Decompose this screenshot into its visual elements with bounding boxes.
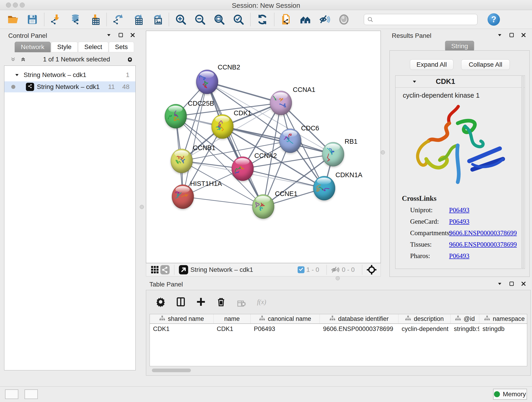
network-node-CDK1[interactable]	[211, 114, 234, 139]
network-edge-CCNB2-CCNE1[interactable]	[207, 82, 263, 206]
gene-expander-icon[interactable]	[412, 79, 418, 85]
panel-menu-icon[interactable]	[497, 281, 503, 287]
selected-checkbox-icon[interactable]	[298, 266, 304, 273]
column-type-icon	[159, 315, 165, 322]
zoom-in-icon[interactable]	[175, 13, 187, 26]
vertical-splitter-handle[interactable]	[140, 205, 144, 209]
detach-view-icon[interactable]	[178, 265, 189, 275]
column-header-shared-name[interactable]: shared name	[150, 314, 214, 323]
table-horizontal-scrollbar[interactable]	[152, 369, 191, 372]
crosslink-value-link[interactable]: 9606.ENSP00000378699	[449, 229, 517, 237]
table-cell[interactable]: 9606.ENSP00000378699	[320, 325, 399, 332]
tab-select[interactable]: Select	[78, 42, 108, 52]
help-button[interactable]: ?	[488, 13, 500, 26]
grid-view-icon[interactable]	[150, 265, 160, 275]
birds-eye-icon[interactable]	[366, 264, 377, 275]
panel-menu-icon[interactable]	[106, 32, 112, 38]
search-input[interactable]	[364, 14, 477, 25]
table-cell[interactable]: CDK1	[214, 325, 251, 332]
export-table-icon[interactable]	[132, 13, 144, 26]
table-cell[interactable]: stringdb	[479, 325, 527, 332]
column-header-name[interactable]: name	[214, 314, 251, 323]
import-network-icon[interactable]	[50, 13, 62, 26]
panel-close-icon[interactable]	[130, 32, 136, 38]
network-collection-row[interactable]: String Network – cdk1 1	[4, 70, 135, 80]
export-image-icon[interactable]	[151, 13, 163, 26]
network-node-RB1[interactable]	[322, 142, 344, 166]
string-import-icon[interactable]	[280, 13, 292, 26]
warnings-button[interactable]	[25, 389, 38, 399]
zoom-selected-icon[interactable]	[232, 13, 245, 26]
network-node-CCNB1[interactable]	[171, 149, 193, 173]
table-cell[interactable]: cyclin-dependent ...	[399, 325, 451, 332]
panel-menu-icon[interactable]	[497, 32, 503, 38]
save-session-icon[interactable]	[26, 13, 38, 26]
panel-float-icon[interactable]	[509, 32, 515, 38]
node-table[interactable]: shared namenamecanonical namedatabase id…	[150, 314, 527, 366]
collapse-all-networks-icon[interactable]	[10, 56, 16, 62]
zoom-fit-content-icon[interactable]	[213, 13, 225, 26]
tab-network[interactable]: Network	[15, 42, 51, 52]
string-view-icon[interactable]	[160, 265, 170, 275]
network-node-CDKN1A[interactable]	[313, 176, 335, 200]
network-edge-HIST1H1A-CCNE1[interactable]	[183, 197, 263, 206]
preview-sphere-icon	[338, 13, 350, 26]
column-header--id[interactable]: @id	[451, 314, 479, 323]
table-cell[interactable]: CDK1	[150, 325, 214, 332]
network-node-HIST1H1A[interactable]	[172, 185, 194, 209]
gene-card-scrollbar[interactable]	[521, 76, 524, 268]
column-header-namespace[interactable]: namespace	[479, 314, 527, 323]
network-node-CCNA2[interactable]	[232, 157, 254, 181]
gene-card-header[interactable]: CDK1	[395, 76, 525, 88]
tab-style[interactable]: Style	[51, 42, 78, 52]
column-header-label: description	[414, 315, 444, 322]
network-node-CCNA1[interactable]	[270, 91, 292, 115]
cloud-status-button[interactable]	[5, 389, 18, 399]
import-network-from-database-icon[interactable]	[69, 13, 82, 26]
table-row[interactable]: CDK1CDK1P064939606.ENSP00000378699cyclin…	[150, 324, 527, 334]
collection-expander-icon[interactable]	[14, 72, 20, 78]
panel-close-icon[interactable]	[520, 32, 526, 38]
panel-close-icon[interactable]	[520, 281, 526, 287]
memory-button[interactable]: Memory	[493, 389, 527, 400]
panel-float-icon[interactable]	[118, 32, 124, 38]
network-node-CCNB2[interactable]	[196, 70, 218, 94]
tab-sets[interactable]: Sets	[109, 42, 134, 52]
network-row[interactable]: String Network – cdk1 11 48	[4, 81, 135, 92]
network-edge-CCNB2-CCNA1[interactable]	[207, 82, 281, 103]
panel-float-icon[interactable]	[509, 281, 515, 287]
crosslink-value-link[interactable]: 9606.ENSP00000378699	[449, 241, 517, 248]
home-network-icon[interactable]	[299, 13, 312, 26]
network-node-CCNE1[interactable]	[252, 194, 274, 219]
table-cell[interactable]: stringdb:9...	[451, 325, 479, 332]
vertical-splitter-handle[interactable]	[381, 150, 385, 154]
column-header-canonical-name[interactable]: canonical name	[251, 314, 320, 323]
column-header-database-identifier[interactable]: database identifier	[320, 314, 399, 323]
open-session-icon[interactable]	[7, 13, 19, 26]
crosslink-value-link[interactable]: P06493	[449, 252, 469, 260]
table-options-gear-icon[interactable]	[154, 296, 167, 308]
expand-all-networks-icon[interactable]	[20, 56, 26, 62]
network-view-title: String Network – cdk1	[190, 266, 298, 274]
hidden-eye-icon[interactable]	[331, 265, 340, 274]
apply-layout-icon[interactable]	[256, 13, 268, 26]
tab-string[interactable]: String	[445, 41, 474, 51]
crosslink-value-link[interactable]: P06493	[449, 206, 469, 214]
table-cell[interactable]: P06493	[251, 325, 320, 332]
collapse-all-button[interactable]: Collapse All	[461, 59, 510, 70]
crosslink-value-link[interactable]: P06493	[449, 218, 469, 225]
show-columns-icon[interactable]	[175, 296, 187, 308]
network-canvas[interactable]: CCNB2CCNA1CDC25BCDK1CDC6RB1CCNB1CCNA2CDK…	[146, 31, 381, 263]
create-column-icon[interactable]	[195, 296, 207, 308]
show-hide-glass-icon[interactable]	[318, 13, 331, 26]
network-node-CDC25B[interactable]	[165, 104, 187, 128]
network-options-gear-icon[interactable]	[127, 56, 133, 62]
import-table-icon[interactable]	[89, 13, 101, 26]
export-network-icon[interactable]	[112, 13, 125, 26]
network-node-CDC6[interactable]	[279, 128, 301, 153]
delete-column-icon[interactable]	[215, 296, 227, 308]
network-edge-CCNB2-HIST1H1A[interactable]	[183, 82, 207, 197]
expand-all-button[interactable]: Expand All	[410, 59, 453, 70]
zoom-out-icon[interactable]	[194, 13, 206, 26]
column-header-description[interactable]: description	[399, 314, 451, 323]
